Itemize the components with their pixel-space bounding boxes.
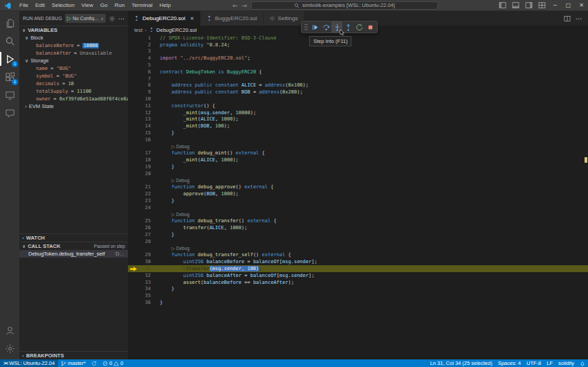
command-center[interactable]: simbolik-examples [WSL: Ubuntu-22.04] bbox=[251, 1, 438, 10]
toggle-panel-icon[interactable] bbox=[509, 1, 522, 9]
code-line[interactable]: 25 function debug_transfer() external { bbox=[128, 218, 588, 225]
code-line[interactable]: 10 bbox=[128, 96, 588, 102]
code-line[interactable]: 20 bbox=[128, 170, 588, 177]
code-line[interactable]: 29 function debug_transfer_self() extern… bbox=[128, 252, 588, 259]
code-line[interactable]: 34 } bbox=[128, 285, 588, 292]
variable-row-balancebefore[interactable]: balanceBefore = 10000 bbox=[19, 42, 128, 49]
close-button[interactable]: ✕ bbox=[575, 2, 588, 8]
variable-row-owner[interactable]: owner = 0xf39fd6e51aad88f6f4ce6ab88… bbox=[19, 95, 128, 102]
breakpoints-section-header[interactable]: › BREAKPOINTS bbox=[19, 351, 128, 359]
tab-settings[interactable]: Settings bbox=[264, 11, 304, 26]
debug-settings-gear-icon[interactable] bbox=[109, 15, 116, 22]
variable-row-decimals[interactable]: decimals = 10 bbox=[19, 80, 128, 87]
code-line[interactable]: 17 function debug_mint() external { bbox=[128, 150, 588, 157]
code-line[interactable]: 23 } bbox=[128, 197, 588, 204]
problems-indicator[interactable]: 0 0 bbox=[100, 359, 126, 367]
status-language-mode[interactable]: solidity bbox=[555, 360, 577, 366]
codelens-debug-link[interactable]: ▷ Debug bbox=[172, 246, 190, 251]
menu-go[interactable]: Go bbox=[97, 2, 111, 8]
menu-terminal[interactable]: Terminal bbox=[128, 2, 156, 8]
activity-run-debug[interactable]: 1 bbox=[0, 50, 19, 68]
maximize-button[interactable]: □ bbox=[562, 2, 575, 8]
variables-group-evm-state[interactable]: ›EVM State bbox=[19, 102, 128, 110]
code-editor[interactable]: 1// SPDX-License-Identifier: BSD-3-Claus… bbox=[128, 34, 588, 359]
branch-indicator[interactable]: master* bbox=[58, 359, 89, 367]
code-line[interactable]: 11 constructor() { bbox=[128, 102, 588, 109]
menu-edit[interactable]: Edit bbox=[32, 2, 48, 8]
minimize-button[interactable]: ─ bbox=[549, 2, 562, 8]
code-line[interactable]: 8 address public constant ALICE = addres… bbox=[128, 82, 588, 89]
code-line[interactable]: 22 approve(BOB, 1000); bbox=[128, 190, 588, 197]
watch-section-header[interactable]: › WATCH bbox=[19, 233, 128, 242]
code-line[interactable]: 35 bbox=[128, 292, 588, 299]
status-eol[interactable]: LF bbox=[544, 360, 555, 366]
remote-indicator[interactable]: >< WSL: Ubuntu-22.04 bbox=[0, 359, 58, 367]
call-stack-section-header[interactable]: ∨ CALL STACK Paused on step bbox=[19, 242, 128, 250]
status-cursor-position[interactable]: Ln 31, Col 34 (25 selected) bbox=[428, 360, 495, 366]
variable-row-totalsupply[interactable]: totalSupply = 11100 bbox=[19, 87, 128, 95]
code-line[interactable]: 30 uint256 balanceBefore = balanceOf[msg… bbox=[128, 258, 588, 265]
code-line[interactable]: 26 transfer(ALICE, 1000); bbox=[128, 224, 588, 231]
activity-explorer[interactable] bbox=[0, 14, 19, 32]
tab-buggyerc20-sol[interactable]: BuggyERC20.sol bbox=[201, 11, 264, 26]
code-line[interactable]: 2pragma solidity ^0.8.24; bbox=[128, 42, 588, 48]
sync-button[interactable] bbox=[89, 359, 100, 367]
editor-more-actions-icon[interactable]: ⋯ bbox=[576, 15, 582, 22]
breadcrumb-item-test[interactable]: test bbox=[134, 27, 143, 33]
code-line[interactable]: 16 bbox=[128, 136, 588, 143]
activity-search[interactable] bbox=[0, 32, 19, 50]
code-line[interactable]: 7 bbox=[128, 75, 588, 82]
code-line[interactable]: 9 address public constant BOB = address(… bbox=[128, 89, 588, 96]
code-line[interactable]: 6contract DebugToken is BuggyERC20 { bbox=[128, 69, 588, 75]
codelens-debug-link[interactable]: ▷ Debug bbox=[172, 212, 190, 217]
code-line[interactable]: 24 bbox=[128, 204, 588, 211]
breadcrumb-item-debugerc20-sol[interactable]: DebugERC20.sol bbox=[156, 27, 196, 33]
toggle-secondary-sidebar-icon[interactable] bbox=[522, 1, 535, 9]
code-line[interactable]: 1// SPDX-License-Identifier: BSD-3-Claus… bbox=[128, 35, 588, 42]
menu-run[interactable]: Run bbox=[111, 2, 128, 8]
menu-selection[interactable]: Selection bbox=[48, 2, 78, 8]
status-encoding[interactable]: UTF-8 bbox=[524, 360, 544, 366]
menu-help[interactable]: Help bbox=[156, 2, 174, 8]
debug-restart-button[interactable] bbox=[353, 21, 365, 33]
codelens-debug-link[interactable]: ▷ Debug bbox=[172, 144, 190, 150]
code-line[interactable]: 36} bbox=[128, 299, 588, 306]
history-back-icon[interactable]: ← bbox=[232, 2, 238, 9]
notifications-bell[interactable] bbox=[577, 361, 588, 366]
debug-step-into-button[interactable] bbox=[331, 21, 342, 33]
code-line[interactable]: 3 bbox=[128, 48, 588, 55]
history-forward-icon[interactable]: → bbox=[241, 2, 247, 9]
code-line[interactable]: 27 } bbox=[128, 231, 588, 238]
code-line[interactable]: 18 _mint(ALICE, 1000); bbox=[128, 156, 588, 163]
status-indentation[interactable]: Spaces: 4 bbox=[495, 360, 524, 366]
code-line[interactable]: 12 _mint(msg.sender, 10000); bbox=[128, 109, 588, 116]
menu-file[interactable]: File bbox=[16, 2, 32, 8]
code-line[interactable]: 32 uint256 balanceAfter = balanceOf[msg.… bbox=[128, 272, 588, 279]
variables-group-storage[interactable]: ∨Storage bbox=[19, 57, 128, 64]
sidebar-more-actions-icon[interactable]: ⋯ bbox=[118, 15, 125, 22]
code-line[interactable]: 21 function debug_approve() external { bbox=[128, 184, 588, 191]
code-line[interactable]: 13 _mint(ALICE, 1000); bbox=[128, 116, 588, 123]
variable-row-name[interactable]: name = "BUG" bbox=[19, 64, 128, 72]
toggle-sidebar-icon[interactable] bbox=[496, 1, 509, 9]
split-editor-icon[interactable] bbox=[564, 15, 571, 22]
variables-section-header[interactable]: ∨ VARIABLES bbox=[19, 26, 128, 34]
code-line[interactable]: 31 ▷transfer(msg.sender, 100); bbox=[128, 265, 588, 272]
activity-comments[interactable] bbox=[0, 104, 19, 122]
codelens-debug-link[interactable]: ▷ Debug bbox=[172, 178, 190, 184]
variable-row-balanceafter[interactable]: balanceAfter = Unavailable bbox=[19, 49, 128, 57]
code-line[interactable]: 19 } bbox=[128, 163, 588, 170]
code-line[interactable]: 15 } bbox=[128, 129, 588, 136]
close-icon[interactable]: ✕ bbox=[190, 16, 194, 21]
code-line[interactable]: 33 assert(balanceBefore == balanceAfter)… bbox=[128, 279, 588, 286]
debug-continue-button[interactable] bbox=[309, 21, 320, 33]
customize-layout-icon[interactable] bbox=[535, 1, 549, 9]
activity-remote[interactable] bbox=[0, 86, 19, 104]
debug-step-over-button[interactable] bbox=[320, 21, 331, 33]
debug-step-out-button[interactable] bbox=[342, 21, 353, 33]
activity-account[interactable] bbox=[0, 321, 19, 339]
code-line[interactable]: 28 bbox=[128, 238, 588, 245]
activity-extensions[interactable]: 1 bbox=[0, 68, 19, 86]
debug-stop-button[interactable] bbox=[365, 21, 376, 33]
start-debug-icon[interactable]: ▷ bbox=[67, 16, 71, 21]
